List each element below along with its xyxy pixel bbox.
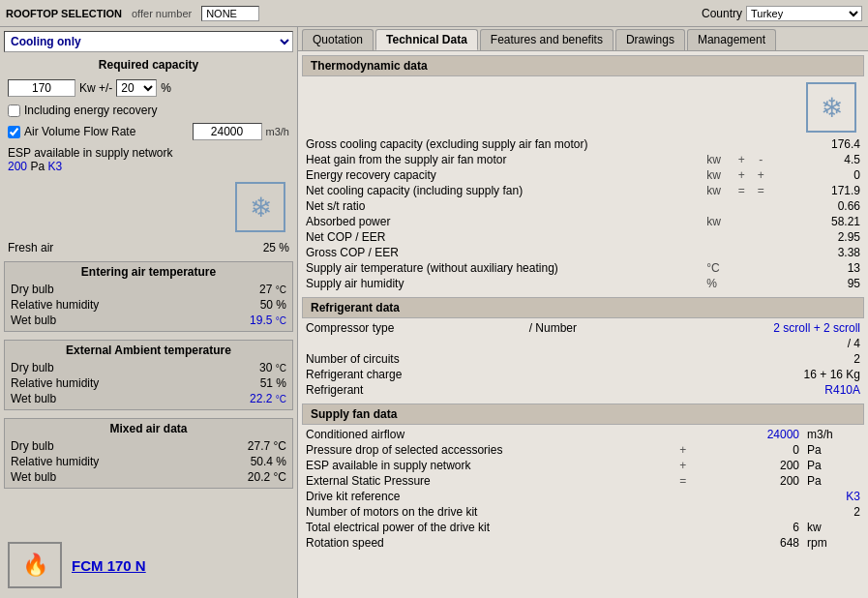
country-selector[interactable]: Country Turkey France Germany Spain Ital… [702,6,862,21]
mixed-air-title: Mixed air data [11,422,286,435]
energy-recovery-checkbox[interactable] [8,105,20,117]
dry-bulb-label: Dry bulb [11,283,54,296]
rel-humidity-row: Relative humidity 50 % [11,297,286,313]
wet-bulb-row: Wet bulb 19.5 °C [11,313,286,328]
tab-technical-data[interactable]: Technical Data [375,29,478,50]
conditioned-label: Conditioned airflow [302,427,673,442]
heat-gain-label: Heat gain from the supply air fan motor [302,152,703,167]
entering-air-title: Entering air temperature [11,265,286,279]
table-row: Supply air temperature (without auxiliar… [302,260,864,276]
mixed-air-section: Mixed air data Dry bulb 27.7 °C Relative… [4,418,293,489]
circuits-value: 2 [661,351,864,367]
supply-humidity-label: Supply air humidity [302,276,703,291]
mix-rel-humidity-row: Relative humidity 50.4 % [11,454,286,469]
circuits-label: Number of circuits [302,351,525,367]
ext-static-label: External Static Pressure [302,473,673,489]
supply-air-temp-label: Supply air temperature (without auxiliar… [302,260,703,276]
supply-air-temp-value: 13 [782,260,864,276]
ext-static-value: 200 [706,473,803,489]
mix-dry-bulb-row: Dry bulb 27.7 °C [11,438,286,454]
mix-rel-humidity-value: 50.4 % [238,455,286,468]
table-row: Refrigerant charge 16 + 16 Kg [302,367,864,382]
net-cooling-value: 171.9 [782,183,864,198]
energy-recovery-label: Including energy recovery [24,104,157,117]
table-row: Absorbed power kw 58.21 [302,214,864,229]
supply-fan-header: Supply fan data [302,404,864,425]
net-cop-label: Net COP / EER [302,229,732,245]
mix-wet-bulb-label: Wet bulb [11,470,56,484]
product-logo: 🔥 [8,542,62,588]
energy-recovery-row: Including energy recovery [4,103,293,118]
esp-value: 200 [8,160,27,173]
rel-humidity-value: 50 % [238,298,286,312]
app-title: ROOFTOP SELECTION [6,8,122,19]
esp-row: ESP available in supply network 200 Pa K… [4,145,293,174]
mode-select[interactable]: Cooling only Heating only Cooling + Heat… [4,31,293,52]
motors-label: Number of motors on the drive kit [302,504,673,520]
ext-rel-humidity-row: Relative humidity 51 % [11,375,286,391]
table-row: Net s/t ratio 0.66 [302,198,864,214]
thermo-table: Gross cooling capacity (excluding supply… [302,136,864,291]
esp-unit: Pa [803,458,864,473]
product-name[interactable]: FCM 170 N [72,557,146,574]
capacity-input[interactable] [8,79,75,97]
thermo-header: Thermodynamic data [302,55,864,76]
tab-management[interactable]: Management [687,29,776,50]
wet-bulb-value: 19.5 °C [238,314,286,327]
esp-unit: Pa [30,160,45,173]
gross-cooling-label: Gross cooling capacity (excluding supply… [302,136,732,152]
fresh-air-row: Fresh air 25 % [4,240,293,255]
heat-gain-value: 4.5 [782,152,864,167]
main-container: Cooling only Heating only Cooling + Heat… [0,27,868,598]
rel-humidity-label: Relative humidity [11,298,99,312]
required-capacity-title: Required capacity [4,56,293,74]
refrigerant-section: Refrigerant data Compressor type / Numbe… [302,297,864,398]
mix-wet-bulb-value: 20.2 °C [238,470,286,484]
gross-cop-value: 3.38 [782,245,864,260]
compressor-type: 2 scroll + 2 scroll [661,320,864,336]
net-cop-value: 2.95 [782,229,864,245]
airflow-label: Air Volume Flow Rate [24,125,135,138]
mix-dry-bulb-label: Dry bulb [11,439,54,453]
pressure-drop-value: 0 [706,442,803,458]
table-row: Compressor type / Number 2 scroll + 2 sc… [302,320,864,336]
entering-air-section: Entering air temperature Dry bulb 27 °C … [4,261,293,332]
table-row: ESP available in supply network + 200 Pa [302,458,864,473]
table-row: Gross cooling capacity (excluding supply… [302,136,864,152]
table-row: Refrigerant R410A [302,382,864,398]
tab-quotation[interactable]: Quotation [302,29,374,50]
tab-drawings[interactable]: Drawings [615,29,685,50]
table-row: Net COP / EER 2.95 [302,229,864,245]
country-dropdown[interactable]: Turkey France Germany Spain Italy [746,6,862,21]
left-panel: Cooling only Heating only Cooling + Heat… [0,27,298,598]
conditioned-unit: m3/h [803,427,864,442]
offer-value: NONE [201,6,259,21]
net-st-value: 0.66 [782,198,864,214]
pct-select[interactable]: 201030 [116,79,157,97]
total-power-label: Total electrical power of the drive kit [302,520,673,535]
country-label: Country [702,7,742,20]
wet-bulb-label: Wet bulb [11,314,56,327]
net-cooling-label: Net cooling capacity (including supply f… [302,183,703,198]
pct-unit: % [161,81,171,95]
ext-dry-bulb-label: Dry bulb [11,361,54,374]
right-panel: Quotation Technical Data Features and be… [298,27,868,598]
airflow-checkbox[interactable] [8,126,20,138]
tab-features[interactable]: Features and benefits [480,29,614,50]
rotation-value: 648 [706,535,803,551]
charge-value: 16 + 16 Kg [661,367,864,382]
motors-value: 2 [706,504,864,520]
net-st-label: Net s/t ratio [302,198,732,214]
dry-bulb-value: 27 °C [238,283,286,296]
external-ambient-section: External Ambient temperature Dry bulb 30… [4,340,293,410]
ext-wet-bulb-value: 22.2 °C [238,392,286,405]
gross-cooling-value: 176.4 [782,136,864,152]
heat-gain-unit: kw [703,152,732,167]
ext-wet-bulb-row: Wet bulb 22.2 °C [11,391,286,406]
pressure-drop-label: Pressure drop of selected accessories [302,442,673,458]
ext-rel-humidity-label: Relative humidity [11,376,99,390]
capacity-row: Kw +/- 201030 % [4,77,293,99]
compressor-number: / 4 [661,336,864,351]
dry-bulb-row: Dry bulb 27 °C [11,282,286,297]
airflow-value: 24000 [193,123,262,140]
